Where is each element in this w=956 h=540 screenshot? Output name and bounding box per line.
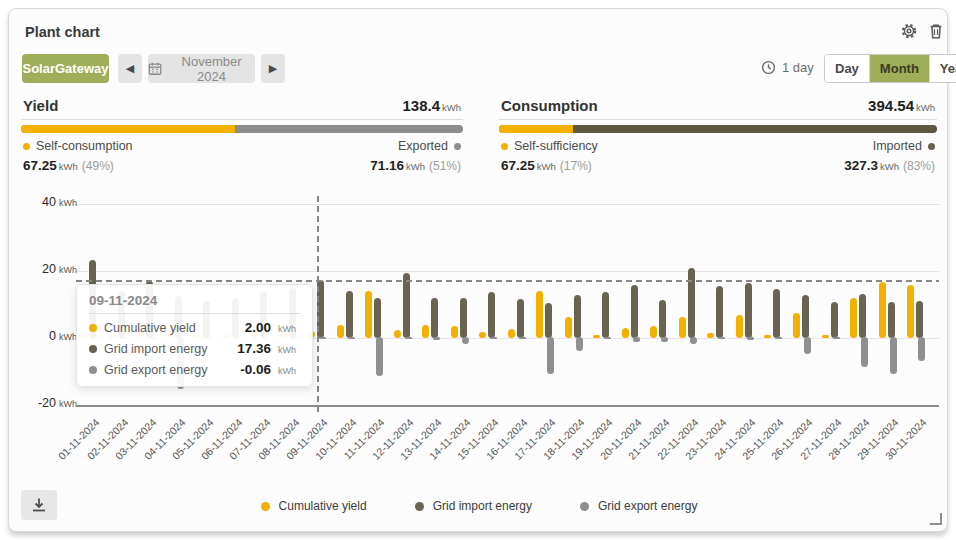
- gridline--20: [76, 405, 939, 407]
- gray-dot-icon: [580, 502, 589, 511]
- chart-bar-export[interactable]: [547, 337, 554, 374]
- tooltip-date: 09-11-2024: [89, 293, 300, 314]
- chart-bar-yield[interactable]: [793, 313, 800, 338]
- chart-bar-export[interactable]: [405, 337, 412, 339]
- legend-item-yield: Cumulative yield: [261, 499, 367, 513]
- chart-bar-yield[interactable]: [907, 285, 914, 338]
- olive-dot-icon: [415, 502, 424, 511]
- chart-bar-export[interactable]: [604, 337, 611, 339]
- chart-bar-import[interactable]: [745, 283, 752, 338]
- chart-bar-import[interactable]: [831, 302, 838, 338]
- chart-bar-yield[interactable]: [850, 298, 857, 338]
- chart-bar-export[interactable]: [690, 337, 697, 344]
- chart-bar-export[interactable]: [633, 337, 640, 342]
- y-axis-tick--20: -20kWh: [13, 396, 83, 410]
- chart-bar-export[interactable]: [462, 337, 469, 344]
- chart-bar-import[interactable]: [631, 285, 638, 338]
- chart-bar-export[interactable]: [804, 337, 811, 354]
- chart-bar-import[interactable]: [688, 268, 695, 338]
- chart-bar-export[interactable]: [718, 337, 725, 339]
- chart-bar-export[interactable]: [918, 337, 925, 361]
- chart-bar-export[interactable]: [576, 337, 583, 351]
- chart-bar-export[interactable]: [519, 337, 526, 339]
- chart-bar-import[interactable]: [374, 298, 381, 338]
- chart-bar-yield[interactable]: [679, 317, 686, 338]
- chart-bar-export[interactable]: [433, 337, 440, 340]
- chart-bar-export[interactable]: [661, 337, 668, 342]
- legend-item-import: Grid import energy: [415, 499, 532, 513]
- page: Plant chart SolarGateway ◀ November 2024…: [0, 0, 956, 540]
- chart-tooltip: 09-11-2024 Cumulative yield 2.00kWh Grid…: [76, 284, 313, 387]
- y-axis-tick-40: 40kWh: [13, 195, 83, 209]
- chart-bar-import[interactable]: [460, 298, 467, 338]
- plant-chart-card: Plant chart SolarGateway ◀ November 2024…: [8, 8, 948, 532]
- legend-item-export: Grid export energy: [580, 499, 697, 513]
- chart-bar-import[interactable]: [346, 291, 353, 338]
- tooltip-row-import: Grid import energy 17.36kWh: [89, 341, 300, 356]
- chart-bar-import[interactable]: [773, 289, 780, 338]
- chart-bar-yield[interactable]: [593, 335, 600, 338]
- chart-bar-yield[interactable]: [822, 335, 829, 338]
- chart-bar-import[interactable]: [545, 303, 552, 338]
- chart-bar-export[interactable]: [775, 337, 782, 339]
- chart-bar-export[interactable]: [833, 337, 840, 339]
- chart-bar-import[interactable]: [916, 301, 923, 338]
- chart-bar-export[interactable]: [490, 337, 497, 339]
- chart-bar-export[interactable]: [348, 337, 355, 339]
- chart-bar-import[interactable]: [517, 299, 524, 338]
- olive-dot-icon: [89, 345, 97, 353]
- chart-bar-import[interactable]: [403, 273, 410, 338]
- chart-bar-yield[interactable]: [422, 325, 429, 338]
- chart-bar-yield[interactable]: [565, 317, 572, 338]
- hover-crosshair-vertical: [317, 196, 319, 413]
- chart-bar-yield[interactable]: [536, 291, 543, 338]
- gray-dot-icon: [89, 366, 97, 374]
- tooltip-row-export: Grid export energy -0.06kWh: [89, 362, 300, 377]
- gridline-40: [76, 204, 939, 205]
- chart-bar-yield[interactable]: [736, 315, 743, 338]
- chart-bar-import[interactable]: [488, 292, 495, 338]
- chart-bar-import[interactable]: [859, 294, 866, 338]
- chart-bar-import[interactable]: [602, 292, 609, 338]
- yellow-dot-icon: [89, 324, 97, 332]
- chart-bar-yield[interactable]: [365, 291, 372, 338]
- hover-crosshair-horizontal: [76, 280, 939, 282]
- plant-bar-chart[interactable]: 40kWh20kWh0kWh-20kWh01-11-202402-11-2024…: [9, 9, 949, 533]
- chart-bar-import[interactable]: [888, 302, 895, 338]
- chart-bar-yield[interactable]: [650, 326, 657, 338]
- chart-bar-yield[interactable]: [451, 326, 458, 338]
- chart-bar-yield[interactable]: [337, 325, 344, 338]
- chart-bar-export[interactable]: [376, 337, 383, 376]
- chart-bar-export[interactable]: [861, 337, 868, 367]
- chart-bar-import[interactable]: [802, 295, 809, 338]
- chart-bar-import[interactable]: [574, 295, 581, 338]
- y-axis-tick-0: 0kWh: [13, 329, 83, 343]
- chart-bar-yield[interactable]: [508, 329, 515, 338]
- chart-bar-import[interactable]: [659, 300, 666, 338]
- chart-bar-import[interactable]: [431, 298, 438, 338]
- tooltip-row-yield: Cumulative yield 2.00kWh: [89, 320, 300, 335]
- gridline-20: [76, 271, 939, 272]
- chart-bar-yield[interactable]: [764, 335, 771, 338]
- resize-handle-icon[interactable]: [930, 513, 942, 525]
- chart-bar-export[interactable]: [319, 337, 326, 339]
- chart-bar-yield[interactable]: [394, 330, 401, 338]
- chart-bar-yield[interactable]: [622, 328, 629, 338]
- yellow-dot-icon: [261, 502, 270, 511]
- chart-bar-yield[interactable]: [879, 282, 886, 338]
- chart-bar-export[interactable]: [890, 337, 897, 374]
- y-axis-tick-20: 20kWh: [13, 262, 83, 276]
- chart-bar-import[interactable]: [716, 286, 723, 338]
- chart-bar-export[interactable]: [747, 337, 754, 340]
- chart-legend: Cumulative yield Grid import energy Grid…: [9, 499, 949, 513]
